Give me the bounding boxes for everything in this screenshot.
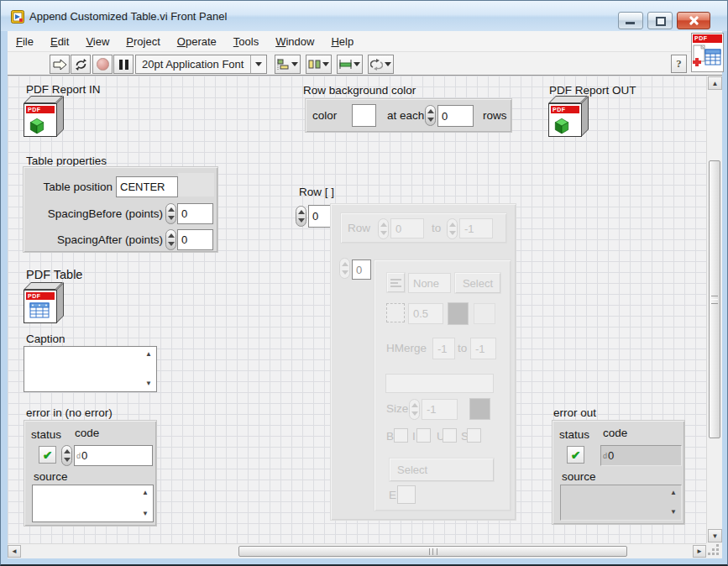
horizontal-scrollbar[interactable]: ◄ ► <box>8 543 706 558</box>
scroll-left-button[interactable]: ◄ <box>8 545 21 558</box>
pause-button[interactable] <box>113 55 134 74</box>
scroll-down-icon[interactable]: ▼ <box>145 380 152 387</box>
reorder-objects-button[interactable] <box>368 55 394 74</box>
menu-label: V <box>86 35 92 48</box>
front-panel-grid: PDF Report IN PDF Row background color c… <box>8 76 706 543</box>
spacing-after-spinner[interactable] <box>165 229 176 250</box>
window-controls <box>618 12 710 29</box>
error-in-cluster: status code ✔ d 0 source ▲ ▼ <box>24 420 157 527</box>
minimize-button[interactable] <box>618 12 643 29</box>
menu-label: perate <box>186 35 217 48</box>
maximize-button[interactable] <box>647 12 673 29</box>
menu-view[interactable]: View <box>77 31 118 52</box>
titlebar[interactable]: Append Customized Table.vi Front Panel <box>1 1 727 31</box>
horizontal-scroll-thumb[interactable] <box>238 546 627 557</box>
resize-grip-icon <box>716 553 719 555</box>
error-in-code-spinner[interactable] <box>61 445 72 466</box>
spacing-after-input[interactable]: 0 <box>177 229 213 250</box>
cell-opacity-input: 0.5 <box>408 303 443 324</box>
spacing-before-spinner[interactable] <box>165 203 176 224</box>
menu-window[interactable]: Window <box>267 31 322 52</box>
menu-project[interactable]: Project <box>118 31 168 52</box>
pdf-report-out-label: PDF Report OUT <box>549 84 636 97</box>
font-selector[interactable]: 20pt Application Font <box>135 55 267 74</box>
menu-edit[interactable]: Edit <box>42 31 77 52</box>
run-button[interactable] <box>50 55 70 74</box>
row-to-spinner <box>447 218 458 239</box>
run-continuous-button[interactable] <box>71 55 91 74</box>
spacing-before-input[interactable]: 0 <box>177 203 213 224</box>
at-each-label: at each <box>387 109 424 122</box>
scroll-right-button[interactable]: ► <box>693 545 706 558</box>
size-input: -1 <box>422 399 458 420</box>
resize-grip[interactable] <box>706 543 722 558</box>
scroll-up-button[interactable]: ▲ <box>708 76 722 90</box>
align-objects-button[interactable] <box>275 55 301 74</box>
size-label: Size <box>386 402 408 415</box>
scroll-down-button[interactable]: ▼ <box>708 529 722 542</box>
divider <box>250 55 251 73</box>
labview-app-icon <box>11 10 24 24</box>
reorder-objects-icon <box>370 59 383 71</box>
cell-properties-cluster: None Select 0.5 HMerge -1 to -1 Size -1 … <box>374 259 511 511</box>
pdf-report-out-icon: PDF <box>548 96 590 138</box>
bold-checkbox <box>394 428 408 443</box>
vertical-scroll-thumb[interactable] <box>709 160 720 438</box>
spacing-after-label: SpacingAfter (points) <box>29 233 163 246</box>
menu-tools[interactable]: Tools <box>225 31 267 52</box>
size-spinner <box>409 399 420 420</box>
close-button[interactable] <box>677 12 710 29</box>
vi-front-panel-window: Append Customized Table.vi Front Panel F… <box>0 0 728 566</box>
align-objects-icon <box>277 59 290 70</box>
help-button[interactable]: ? <box>671 55 687 73</box>
error-in-label: error in (no error) <box>26 406 113 419</box>
scroll-down-icon[interactable]: ▼ <box>142 511 149 517</box>
cube-side <box>56 282 64 323</box>
resize-objects-button[interactable] <box>337 55 363 74</box>
table-position-input[interactable]: CENTER <box>116 176 178 197</box>
window-title: Append Customized Table.vi Front Panel <box>29 10 227 23</box>
vertical-scrollbar[interactable]: ▲ ▼ <box>706 76 722 543</box>
menu-operate[interactable]: Operate <box>169 31 225 52</box>
pdf-banner: PDF <box>26 106 55 113</box>
front-panel-client: PDF Report IN PDF Row background color c… <box>8 76 722 558</box>
error-out-source-label: source <box>562 470 596 483</box>
font-color-swatch <box>469 398 490 420</box>
menu-label: W <box>275 35 285 48</box>
scroll-up-icon[interactable]: ▲ <box>142 490 149 496</box>
italic-label: I <box>412 430 416 443</box>
scroll-up-icon[interactable]: ▲ <box>145 351 152 358</box>
menu-file[interactable]: File <box>8 31 42 52</box>
cell-color-value: None <box>408 273 451 293</box>
menu-bar: File Edit View Project Operate Tools Win… <box>8 31 722 52</box>
hmerge-label: HMerge <box>386 342 427 354</box>
check-icon: ✔ <box>43 448 53 462</box>
error-in-code-input[interactable]: d 0 <box>74 445 153 466</box>
error-out-code-value: 0 <box>608 449 614 462</box>
menu-label: ile <box>23 35 34 48</box>
spacing-before-label: SpacingBefore (points) <box>29 207 163 220</box>
error-in-status-checkbox[interactable]: ✔ <box>39 446 56 464</box>
menu-label: ools <box>238 35 259 48</box>
scroll-up-icon: ▲ <box>670 490 677 496</box>
caption-input[interactable]: ▲ ▼ <box>24 346 157 392</box>
error-in-status-label: status <box>31 428 61 441</box>
row-from-label: Row <box>348 222 370 234</box>
error-in-source-input[interactable]: ▲ ▼ <box>32 485 154 522</box>
hmerge-from-input: -1 <box>432 338 455 359</box>
distribute-objects-button[interactable] <box>306 55 332 74</box>
color-swatch-input[interactable] <box>352 104 376 127</box>
cube-face: PDF <box>24 290 57 323</box>
e-checkbox <box>397 485 416 504</box>
table-properties-cluster: Table position CENTER SpacingBefore (poi… <box>23 166 218 253</box>
interval-spinner[interactable] <box>425 105 436 126</box>
row-range-cluster: Row 0 to -1 <box>340 212 507 244</box>
scroll-down-icon: ▼ <box>712 532 719 540</box>
chevron-down-icon <box>255 62 262 66</box>
error-in-source-label: source <box>34 470 68 483</box>
interval-input[interactable]: 0 <box>437 105 474 127</box>
hmerge-to-input: -1 <box>470 338 496 359</box>
row-array-index-spinner[interactable] <box>296 206 306 227</box>
pdf-report-in-icon: PDF <box>24 96 65 138</box>
menu-help[interactable]: Help <box>322 31 362 52</box>
